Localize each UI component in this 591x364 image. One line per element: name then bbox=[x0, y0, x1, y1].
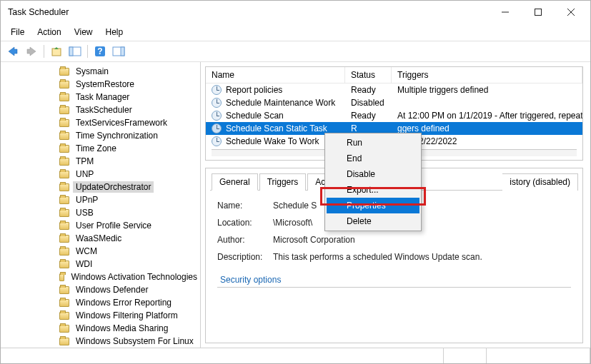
maximize-button[interactable] bbox=[522, 1, 555, 24]
task-row[interactable]: Schedule ScanReadyAt 12:00 PM on 1/1/201… bbox=[206, 109, 582, 122]
tree-item[interactable]: Windows Defender bbox=[1, 283, 200, 296]
tree-item-label: SystemRestore bbox=[73, 79, 137, 90]
value-author: Microsoft Corporation bbox=[273, 235, 571, 245]
clock-icon bbox=[212, 123, 222, 133]
tree-pane[interactable]: SysmainSystemRestoreTask ManagerTaskSche… bbox=[1, 62, 201, 348]
svg-rect-13 bbox=[121, 47, 124, 56]
svg-rect-9 bbox=[69, 47, 73, 56]
menu-run[interactable]: Run bbox=[327, 135, 419, 151]
folder-icon bbox=[59, 248, 69, 256]
task-list-header: Name Status Triggers bbox=[206, 67, 582, 84]
tree-item-label: WCM bbox=[73, 246, 100, 257]
folder-icon bbox=[59, 93, 69, 101]
clock-icon bbox=[212, 98, 222, 108]
menu-disable[interactable]: Disable bbox=[327, 166, 419, 182]
cell-status: Ready bbox=[345, 109, 392, 122]
tree-item[interactable]: Time Synchronization bbox=[1, 129, 200, 142]
tree-item[interactable]: Windows Error Reporting bbox=[1, 296, 200, 309]
tab-general[interactable]: General bbox=[212, 173, 258, 191]
folder-icon bbox=[59, 183, 69, 191]
tree-item[interactable]: UNP bbox=[1, 168, 200, 181]
folder-icon bbox=[59, 196, 69, 204]
tree-item[interactable]: Windows Activation Technologies bbox=[1, 271, 200, 283]
value-location: \Microsoft\or bbox=[273, 218, 571, 228]
tree-item[interactable]: TPM bbox=[1, 155, 200, 168]
tree-item[interactable]: Sysmain bbox=[1, 65, 200, 78]
tree-item[interactable]: TextServicesFramework bbox=[1, 116, 200, 129]
tree-item[interactable]: SystemRestore bbox=[1, 78, 200, 91]
tab-history[interactable]: istory (disabled) bbox=[502, 173, 578, 191]
tree-item[interactable]: User Profile Service bbox=[1, 219, 200, 232]
tree-item-label: Windows Media Sharing bbox=[73, 323, 171, 334]
back-button[interactable] bbox=[5, 44, 21, 59]
tree-item-label: WaaSMedic bbox=[73, 233, 124, 244]
window-title: Task Scheduler bbox=[4, 7, 489, 17]
tree-item[interactable]: Windows Subsystem For Linux bbox=[1, 335, 200, 348]
folder-icon bbox=[59, 209, 69, 217]
tree-item[interactable]: Task Manager bbox=[1, 91, 200, 103]
menu-export[interactable]: Export... bbox=[327, 182, 419, 198]
up-button[interactable] bbox=[49, 44, 64, 59]
context-menu: Run End Disable Export... Properties Del… bbox=[324, 133, 422, 231]
folder-icon bbox=[59, 119, 69, 127]
tree-item[interactable]: Windows Media Sharing bbox=[1, 322, 200, 335]
security-options-section: Security options bbox=[217, 271, 571, 288]
cell-name: Schedule Maintenance Work bbox=[206, 96, 345, 109]
tree-item[interactable]: UpdateOrchestrator bbox=[1, 181, 200, 193]
tree-item[interactable]: Windows Filtering Platform bbox=[1, 309, 200, 322]
label-description: Description: bbox=[217, 252, 273, 262]
toolbar: ? bbox=[1, 41, 590, 62]
show-hide-tree-button[interactable] bbox=[67, 44, 83, 59]
tree-item[interactable]: Time Zone bbox=[1, 142, 200, 155]
clock-icon bbox=[212, 85, 222, 95]
panel-button[interactable] bbox=[111, 44, 126, 59]
tree-item-label: Windows Subsystem For Linux bbox=[73, 335, 197, 347]
folder-icon bbox=[59, 106, 69, 114]
column-triggers[interactable]: Triggers bbox=[392, 67, 582, 83]
title-bar: Task Scheduler bbox=[1, 1, 590, 24]
tree-item-label: Windows Defender bbox=[73, 284, 151, 295]
menu-properties[interactable]: Properties bbox=[327, 198, 419, 213]
menu-action[interactable]: Action bbox=[31, 25, 66, 39]
help-button[interactable]: ? bbox=[92, 44, 108, 59]
folder-icon bbox=[59, 312, 69, 320]
menu-file[interactable]: File bbox=[5, 25, 30, 39]
menu-end[interactable]: End bbox=[327, 151, 419, 166]
tree-item-label: UPnP bbox=[73, 194, 101, 206]
svg-marker-5 bbox=[27, 47, 36, 56]
tree-item-label: UNP bbox=[73, 168, 96, 180]
tree-item-label: TextServicesFramework bbox=[73, 117, 170, 128]
column-status[interactable]: Status bbox=[345, 67, 392, 83]
folder-icon bbox=[59, 325, 69, 333]
clock-icon bbox=[212, 111, 222, 121]
close-button[interactable] bbox=[555, 1, 587, 24]
forward-button[interactable] bbox=[24, 44, 39, 59]
cell-triggers: Multiple triggers defined bbox=[392, 84, 582, 96]
tree-item[interactable]: TaskScheduler bbox=[1, 103, 200, 116]
tab-triggers[interactable]: Triggers bbox=[259, 173, 307, 191]
task-row[interactable]: Report policiesReadyMultiple triggers de… bbox=[206, 84, 582, 96]
folder-icon bbox=[59, 299, 69, 307]
tree-item-label: WDI bbox=[73, 258, 95, 270]
clock-icon bbox=[212, 136, 222, 146]
label-name: Name: bbox=[217, 201, 273, 211]
tree-item[interactable]: WaaSMedic bbox=[1, 232, 200, 245]
minimize-button[interactable] bbox=[489, 1, 522, 24]
tree-item[interactable]: USB bbox=[1, 206, 200, 219]
status-segment bbox=[487, 348, 590, 363]
column-name[interactable]: Name bbox=[206, 67, 345, 83]
tree-item[interactable]: WDI bbox=[1, 258, 200, 271]
cell-triggers: At 12:00 PM on 1/1/2019 - After triggere… bbox=[392, 109, 582, 122]
cell-name: Schedule Scan bbox=[206, 109, 345, 122]
toolbar-separator bbox=[44, 45, 44, 58]
status-bar bbox=[1, 348, 590, 363]
svg-marker-4 bbox=[9, 47, 17, 56]
menu-help[interactable]: Help bbox=[100, 25, 129, 39]
tree-item[interactable]: UPnP bbox=[1, 193, 200, 206]
task-row[interactable]: Schedule Maintenance WorkDisabled bbox=[206, 96, 582, 109]
label-author: Author: bbox=[217, 235, 273, 245]
menu-delete[interactable]: Delete bbox=[327, 213, 419, 229]
menu-view[interactable]: View bbox=[69, 25, 99, 39]
folder-icon bbox=[59, 158, 69, 166]
tree-item[interactable]: WCM bbox=[1, 245, 200, 258]
